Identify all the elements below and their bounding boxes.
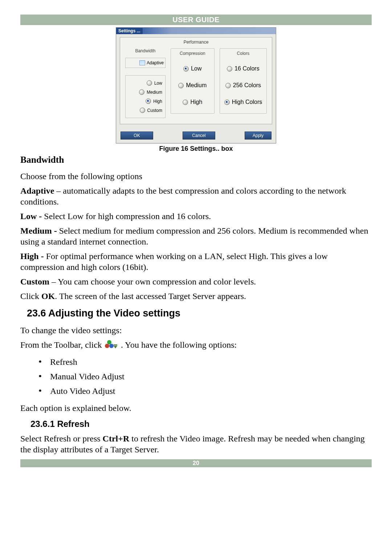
performance-panel: Performance Bandwidth Adaptive Low Mediu…: [120, 37, 272, 124]
colors-header: Colors: [221, 51, 265, 60]
radio-icon: [147, 80, 152, 86]
dialog-titlebar: Settings ...: [116, 28, 276, 34]
monitor-icon: [139, 60, 145, 65]
dialog-title: Settings ...: [116, 28, 143, 34]
compression-header: Compression: [172, 51, 213, 60]
bandwidth-low[interactable]: Low: [128, 78, 163, 88]
list-item: Refresh: [44, 355, 372, 369]
radio-icon: [139, 89, 144, 95]
options-list: Refresh Manual Video Adjust Auto Video A…: [44, 355, 372, 398]
click-post: . The screen of the last accessed Target…: [55, 291, 246, 301]
radio-icon: [183, 66, 189, 72]
colors-high-label: High Colors: [232, 99, 262, 105]
bandwidth-column: Bandwidth Adaptive Low Medium High Custo…: [125, 48, 166, 118]
bandwidth-high[interactable]: High: [128, 97, 163, 106]
radio-icon: [140, 108, 145, 113]
apply-button[interactable]: Apply: [245, 132, 271, 140]
list-item: Auto Video Adjust: [44, 384, 372, 398]
compression-medium-label: Medium: [186, 82, 207, 89]
medium-para: Medium - Select medium for medium compre…: [20, 225, 372, 247]
low-term: Low -: [20, 211, 44, 221]
bandwidth-adaptive-option[interactable]: Adaptive: [125, 58, 166, 68]
figure-caption: Figure 16 Settings.. box: [20, 145, 372, 153]
bandwidth-header: Bandwidth: [125, 48, 166, 58]
refresh-heading: 23.6.1 Refresh: [30, 419, 372, 429]
adaptive-term: Adaptive: [20, 186, 54, 195]
radio-icon: [183, 100, 188, 105]
adaptive-desc: – automatically adapts to the best compr…: [20, 186, 346, 206]
compression-low[interactable]: Low: [172, 60, 213, 77]
custom-term: Custom: [20, 277, 49, 286]
toolbar-post: . You have the following options:: [121, 340, 237, 350]
compression-high[interactable]: High: [172, 94, 213, 110]
colors-high[interactable]: High Colors: [221, 94, 265, 110]
bandwidth-custom-label: Custom: [147, 108, 162, 113]
cancel-button[interactable]: Cancel: [183, 132, 215, 140]
radio-icon: [178, 83, 184, 88]
compression-high-label: High: [190, 99, 202, 105]
settings-dialog: Settings ... Performance Bandwidth Adapt…: [116, 27, 276, 144]
bandwidth-radio-group: Low Medium High Custom: [125, 75, 166, 118]
compression-low-label: Low: [191, 65, 201, 72]
custom-para: Custom – You cam choose your own compres…: [20, 276, 372, 287]
radio-icon: [227, 66, 232, 72]
video-intro: To change the video settings:: [20, 325, 372, 336]
page-footer: 20: [20, 459, 372, 467]
intro-para: Choose from the following options: [20, 171, 372, 182]
performance-label: Performance: [120, 37, 272, 48]
video-heading: 23.6 Adjusting the Video settings: [27, 307, 372, 320]
list-item: Manual Video Adjust: [44, 369, 372, 384]
compression-medium[interactable]: Medium: [172, 77, 213, 94]
colors-256[interactable]: 256 Colors: [221, 77, 265, 94]
click-ok-term: OK: [41, 291, 55, 301]
refresh-shortcut: Ctrl+R: [103, 434, 130, 443]
high-desc: For optimal performance when working on …: [20, 251, 328, 272]
colors-column: Colors 16 Colors 256 Colors High Colors: [220, 48, 267, 114]
radio-icon: [224, 100, 230, 105]
ok-button[interactable]: OK: [121, 132, 153, 140]
bandwidth-medium-label: Medium: [147, 90, 162, 95]
page-header: USER GUIDE: [20, 15, 372, 25]
click-ok-para: Click OK. The screen of the last accesse…: [20, 291, 372, 302]
toolbar-pre: From the Toolbar, click: [20, 340, 104, 350]
body-content: Bandwidth Choose from the following opti…: [20, 154, 372, 455]
high-para: High - For optimal performance when work…: [20, 251, 372, 273]
radio-icon: [146, 98, 151, 104]
explain-para: Each option is explained below.: [20, 403, 372, 413]
medium-desc: Select medium for medium compression and…: [20, 226, 368, 246]
low-para: Low - Select Low for high compression an…: [20, 211, 372, 222]
click-pre: Click: [20, 291, 41, 301]
custom-desc: – You cam choose your own compression an…: [49, 277, 256, 286]
refresh-pre: Select Refresh or press: [20, 434, 103, 443]
bandwidth-heading: Bandwidth: [20, 154, 372, 166]
bandwidth-custom[interactable]: Custom: [128, 106, 163, 115]
radio-icon: [225, 83, 231, 88]
colors-16[interactable]: 16 Colors: [221, 60, 265, 77]
colors-16-label: 16 Colors: [234, 65, 259, 72]
low-desc: Select Low for high compression and 16 c…: [44, 211, 211, 221]
refresh-para: Select Refresh or press Ctrl+R to refres…: [20, 433, 372, 455]
adaptive-para: Adaptive – automatically adapts to the b…: [20, 185, 372, 207]
bandwidth-high-label: High: [153, 99, 162, 104]
toolbar-para: From the Toolbar, click . You have the f…: [20, 339, 372, 351]
bandwidth-medium[interactable]: Medium: [128, 88, 163, 97]
bandwidth-low-label: Low: [154, 81, 162, 86]
high-term: High -: [20, 251, 46, 261]
adaptive-label: Adaptive: [147, 60, 164, 65]
medium-term: Medium -: [20, 226, 59, 235]
colors-256-label: 256 Colors: [233, 82, 261, 89]
video-toolbar-icon: [105, 340, 118, 351]
dialog-container: Settings ... Performance Bandwidth Adapt…: [20, 27, 372, 144]
dialog-buttons: OK Cancel Apply: [116, 132, 276, 143]
compression-column: Compression Low Medium High: [171, 48, 215, 114]
